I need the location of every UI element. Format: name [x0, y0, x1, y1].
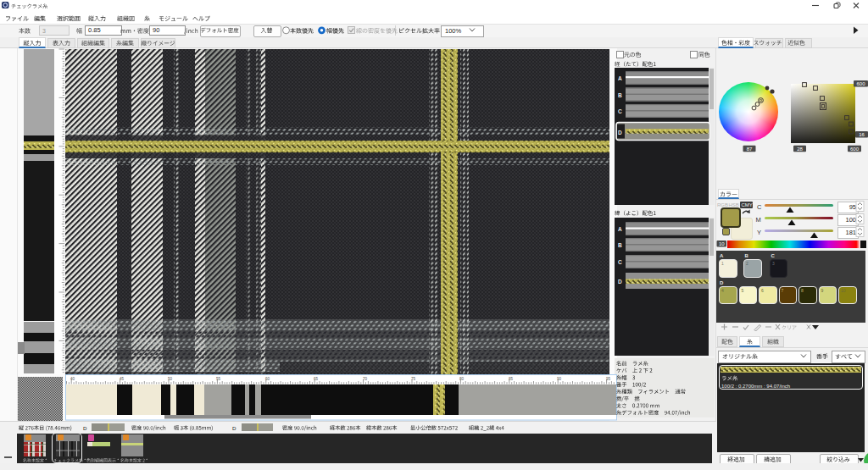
svg-text:5: 5: [742, 288, 744, 293]
svg-text:C: C: [618, 259, 622, 265]
svg-text:A: A: [618, 226, 622, 232]
svg-text:40: 40: [70, 377, 75, 381]
svg-text:C: C: [771, 253, 776, 258]
svg-text:6: 6: [761, 288, 764, 293]
svg-text:8: 8: [801, 288, 804, 293]
svg-text:CMY: CMY: [742, 202, 753, 207]
svg-text:B: B: [745, 253, 749, 258]
svg-text:3: 3: [42, 28, 46, 34]
svg-text:10: 10: [841, 288, 846, 293]
svg-text:60: 60: [265, 377, 270, 381]
svg-text:10: 10: [719, 241, 725, 246]
svg-text:100/2 : 0.2700mm : 94.07/inch: 100/2 : 0.2700mm : 94.07/inch: [721, 384, 790, 389]
svg-text:4: 4: [721, 288, 724, 293]
svg-text:28: 28: [797, 147, 803, 152]
svg-text:D: D: [83, 425, 87, 431]
svg-text:65: 65: [314, 377, 319, 381]
svg-text:600: 600: [856, 81, 865, 86]
svg-text:7: 7: [782, 288, 784, 293]
svg-text:M: M: [756, 216, 761, 224]
svg-text:16: 16: [859, 132, 865, 137]
svg-text:85: 85: [509, 377, 514, 381]
svg-text:3: 3: [772, 261, 775, 266]
svg-text:70: 70: [363, 377, 368, 381]
svg-text:45: 45: [120, 377, 125, 381]
svg-text:600: 600: [850, 147, 860, 152]
svg-text:C: C: [618, 108, 622, 114]
svg-text:B: B: [618, 242, 622, 248]
svg-text:HSB: HSB: [729, 202, 739, 207]
svg-text:1: 1: [721, 261, 724, 266]
svg-text:90: 90: [557, 377, 562, 381]
svg-text:A: A: [720, 253, 724, 258]
svg-text:75: 75: [411, 377, 416, 381]
svg-text:D: D: [720, 280, 724, 285]
svg-text:A: A: [618, 75, 622, 81]
svg-text:B: B: [618, 92, 622, 98]
svg-text:55: 55: [216, 377, 221, 381]
svg-text:80: 80: [459, 377, 465, 381]
svg-text:D: D: [232, 425, 236, 431]
svg-text:D: D: [618, 279, 622, 285]
svg-text:9: 9: [821, 288, 824, 293]
svg-text:2: 2: [746, 261, 748, 266]
svg-text:RGB: RGB: [717, 202, 728, 207]
svg-text:D: D: [618, 130, 622, 135]
svg-text:C: C: [757, 203, 762, 211]
svg-text:50: 50: [168, 377, 173, 381]
svg-text:95: 95: [606, 377, 611, 381]
svg-text:87: 87: [747, 147, 753, 152]
svg-text:Y: Y: [757, 229, 761, 236]
